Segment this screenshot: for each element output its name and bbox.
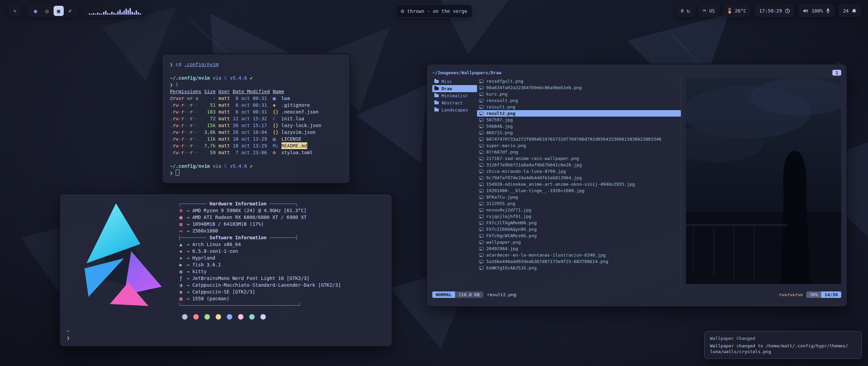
image-file-icon [479,228,484,231]
visualizer-bar [89,13,90,15]
file-list-item[interactable]: atardecer-en-la-montanas-ilustracion-634… [477,252,681,258]
file-size: 15k [201,122,216,129]
file-list-item[interactable]: FXfcII0X0AQyn9X.png [477,226,681,232]
file-name: 587597.jpg [486,117,513,122]
file-list-item[interactable]: 217167-sad-anime-rain-wallpaper.png [477,155,681,162]
file-list-item[interactable]: nnvuv0xj2df71.jpg [477,207,681,213]
file-name: lazy-lock.json [281,122,321,129]
arrow-icon: → [186,227,189,234]
file-owner: matt [218,102,230,108]
info-row: ❖→Hyprland [178,255,386,261]
launcher-module[interactable]: ↖ [9,4,22,17]
notification-popup[interactable]: Wallpaper Changed Wallpaper changed to /… [704,331,862,359]
visualizer-bar [121,12,123,15]
visualizer-bar [132,12,133,15]
file-list-item[interactable]: 3126f7e9bbf21a8a4af0b67b041c6e26.jpg [477,162,681,168]
file-list-item[interactable]: 596848.jpg [477,123,681,129]
file-list-item[interactable]: 87r687df.png [477,149,681,155]
input-line[interactable]: ❯ [170,169,342,176]
folder-icon [434,94,439,97]
tab-badge[interactable]: 1 [832,70,841,76]
file-manager-window[interactable]: ~/Imagenes/Wallpapers/Draw 1 Misc Draw M… [426,64,847,307]
info-value: 1558 (pacman) [192,295,230,302]
file-row: .rw-r--r--7,7kmatt18 oct 13:29M↓README.m… [170,142,342,149]
filetype-icon: ⚙ [273,149,281,156]
permissions: .rw-r--r-- [170,142,201,149]
image-file-icon [479,131,484,135]
updates-module[interactable]: 0 ↻ [676,4,695,17]
clock-module[interactable]: 17:50:29 [754,4,795,17]
visualizer-bar [99,13,100,15]
file-list-item[interactable]: FXfcHgcWIAMzs0G.png [477,232,681,239]
image-file-icon [479,202,484,205]
file-list-item[interactable]: ressdfgult.png [477,78,681,84]
file-list-item[interactable]: super-mario.png [477,142,681,149]
file-list-item[interactable]: 08a634fa02a32364f69ebc86a98eb1eb.png [477,84,681,91]
file-permissions: -rwxrwxrwx [776,292,803,297]
shell-prompt[interactable]: ~ ❯ [67,328,70,341]
file-list-item[interactable]: 68747470733a2f2f696d616765732d7769786d70… [477,136,681,142]
file-list-item[interactable]: 3122955.png [477,200,681,207]
disc-icon[interactable]: ◎ [42,6,52,16]
sidebar-folder[interactable]: Abstract [432,99,477,106]
file-list-item[interactable]: kurz.png [477,91,681,97]
sidebar-folder[interactable]: Landscapes [432,106,477,114]
keyboard-layout-module[interactable]: ⌨ US [698,4,720,17]
file-list-item[interactable]: 19201080-__blue-tinge__-1920×1080.jpg [477,187,681,194]
file-list-item[interactable]: 20492984.jpg [477,245,681,252]
cava-visualizer [89,7,141,15]
now-playing-title: thrown - on the verge [407,8,467,14]
image-file-icon [479,241,484,244]
file-list-item[interactable]: result2.png [477,110,681,117]
file-name: 19201080-__blue-tinge__-1920×1080.jpg [486,188,585,193]
image-file-icon [479,99,484,102]
browser-icon[interactable]: ◉ [31,6,41,16]
sidebar-folder[interactable]: Draw [432,85,477,92]
file-list-item[interactable]: re1sult.png [477,104,681,110]
file-list-item[interactable]: resssult.png [477,97,681,104]
sidebar-folder[interactable]: Minimalist [432,92,477,99]
permissions: .rw-r--r-- [170,129,201,136]
starship-prompt-line: ~/.config/nvimvia☾v5.4.6✔ [170,75,342,81]
audio-visualizer-module [84,4,146,17]
launcher-arrow-icon: ↖ [14,8,17,14]
terminal-window[interactable]: ❯cd.config/nvim ~/.config/nvimvia☾v5.4.6… [162,54,350,184]
pen-icon[interactable]: ✐ [65,6,75,16]
file-list-item[interactable]: 587597.jpg [477,117,681,123]
notifications-module[interactable]: 24 [838,4,861,17]
file-date: 12 oct 15:32 [233,115,270,122]
file-list-item[interactable]: wallpaper.png [477,239,681,245]
file-date: 26 oct 10:04 [233,129,270,136]
file-date: 18 oct 13:29 [233,136,270,142]
file-owner: matt [218,122,230,129]
palette-dot [216,314,221,320]
command-cd: cd [176,62,181,67]
file-list-item[interactable]: 866715.png [477,129,681,136]
file-list-item[interactable]: 154928-odinokoe_anime-art-anime-okno-sin… [477,181,681,187]
file-date: 26 oct 15:17 [233,122,270,129]
file-list-item[interactable]: 8FKa7Cu.jpeg [477,194,681,200]
volume-value: 100% [811,8,823,14]
file-list-item[interactable]: FXfcJlTXgAMvH6R.png [477,220,681,226]
file-list-item[interactable]: EeNKYgIUcAAJ5JX.png [477,265,681,271]
music-widget[interactable]: ☺ thrown - on the verge [396,4,472,18]
fetch-window[interactable]: ┌─────────Hardware Information─────────┐… [59,194,392,347]
file-list-item[interactable]: 0c794faf07de24a4db4d4fb1eb813964.jpg [477,175,681,181]
info-value: 6.5.8-zen1-1-zen [192,248,238,255]
temperature-module[interactable]: 26°C [723,4,751,17]
arrow-icon: → [186,214,189,221]
palette-dot [182,314,188,320]
files-icon[interactable]: ▣ [54,6,64,16]
microphone-icon [826,8,830,14]
breadcrumb-path[interactable]: ~/Imagenes/Wallpapers/Draw [432,70,501,75]
file-list-item[interactable]: chica-mirando-la-luna-8799.jpg [477,168,681,175]
file-name: atardecer-en-la-montanas-ilustracion-634… [486,252,606,258]
image-file-icon [479,163,484,167]
file-list-item[interactable]: rsjqojlmjhf91.jpg [477,213,681,220]
volume-module[interactable]: 100% [798,4,835,17]
sidebar-folder[interactable]: Misc [432,78,477,85]
file-row: .rw-r--r--51matt 6 oct 00:31◆.gitignore [170,102,342,108]
file-list-item[interactable]: 5a266e448add93deab367d87173e9f25-6837886… [477,258,681,265]
file-owner: matt [218,108,230,115]
filetype-icon: {} [273,108,281,115]
